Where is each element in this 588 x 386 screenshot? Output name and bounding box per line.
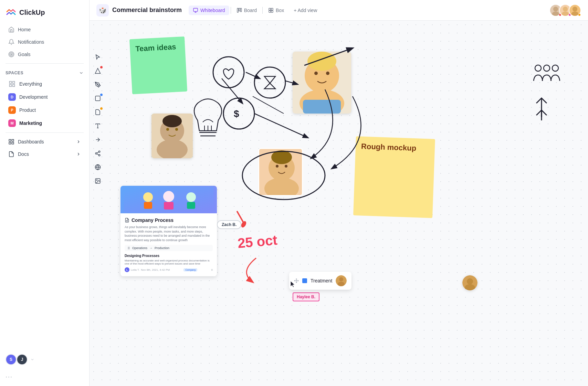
tab-board[interactable]: Board (232, 6, 261, 15)
task-card-label: Treatment (311, 278, 332, 283)
double-arrow-up-icon (533, 96, 550, 122)
development-dot: D (8, 93, 16, 101)
spaces-label: Spaces (6, 71, 23, 75)
flow-from: Operations (132, 246, 147, 250)
sidebar-item-product-label: Product (19, 107, 36, 113)
svg-point-1 (10, 53, 13, 56)
flow-to: Production (155, 246, 169, 250)
tool-connect[interactable] (92, 147, 104, 160)
sidebar-item-product[interactable]: P Product (3, 104, 86, 116)
view-divider-1 (231, 7, 231, 14)
more-options-button[interactable]: ... (0, 369, 89, 382)
tool-text[interactable] (92, 120, 104, 132)
doc-card-footer: L Leila T. Nov 8th, 2021, 4:42 PM Compan… (125, 267, 213, 272)
sticky-rough-mockup-text: Rough mockup (361, 142, 417, 153)
tool-image[interactable] (92, 175, 104, 187)
svg-point-55 (285, 165, 287, 168)
tab-whiteboard-label: Whiteboard (200, 8, 225, 13)
svg-rect-19 (269, 10, 271, 12)
svg-point-94 (223, 98, 254, 129)
chevron-down-icon[interactable] (79, 71, 84, 75)
svg-rect-5 (10, 85, 12, 87)
doc-card-body: Company Process As your business grows, … (120, 213, 217, 276)
whiteboard-canvas[interactable]: Team ideas Rough mockup (90, 21, 588, 386)
avatar-wrapper-3[interactable] (569, 4, 581, 17)
svg-rect-4 (13, 82, 15, 84)
arrow-tool-icon (95, 137, 101, 143)
tool-globe[interactable] (92, 161, 104, 173)
online-dot-3 (578, 13, 581, 16)
clickup-logo-icon (6, 7, 17, 18)
svg-point-28 (573, 7, 577, 11)
svg-point-37 (95, 153, 97, 154)
sidebar: ClickUp Home Notifications Goals Spaces … (0, 0, 90, 386)
svg-rect-20 (271, 10, 273, 12)
svg-rect-8 (12, 139, 14, 141)
svg-point-92 (213, 57, 244, 88)
user-avatar-2[interactable]: J (17, 354, 28, 365)
person-photo-man (151, 114, 193, 158)
footer-tag: Company (183, 268, 197, 271)
tool-shapes[interactable] (92, 65, 104, 77)
svg-point-22 (553, 7, 558, 11)
svg-point-60 (314, 72, 318, 75)
tool-dot-amber (100, 107, 103, 110)
shapes-tool-icon (95, 68, 101, 74)
sidebar-item-home[interactable]: Home (3, 24, 86, 35)
task-color-indicator (302, 278, 307, 283)
tab-box[interactable]: Box (264, 6, 288, 15)
svg-point-68 (544, 65, 550, 71)
svg-point-36 (98, 151, 100, 153)
tool-dot-red (100, 66, 103, 68)
document-card[interactable]: Company Process As your business grows, … (120, 186, 217, 276)
sidebar-item-marketing[interactable]: M Marketing (3, 117, 86, 129)
sticky-rough-mockup[interactable]: Rough mockup (353, 136, 435, 218)
people-group-svg (533, 62, 560, 86)
text-tool-icon (95, 123, 101, 129)
tab-whiteboard[interactable]: Whiteboard (189, 6, 229, 15)
tool-arrow[interactable] (92, 133, 104, 146)
footer-author: Leila T. (131, 268, 139, 271)
doc-header-illustration (124, 187, 213, 213)
tool-pen[interactable] (92, 78, 104, 91)
doc-card-subtitle: Designing Processes (125, 254, 213, 258)
svg-point-56 (271, 150, 292, 164)
view-divider-2 (262, 7, 263, 14)
task-card-treatment[interactable]: Treatment (289, 272, 351, 290)
sidebar-item-everything[interactable]: Everything (3, 78, 86, 90)
person-photo-blonde (293, 52, 351, 114)
tab-box-label: Box (276, 8, 284, 13)
cursor-tool-icon (95, 54, 101, 60)
cursor-svg (289, 280, 296, 287)
double-arrow-svg (533, 96, 550, 120)
svg-rect-10 (12, 142, 14, 144)
add-view-label: + Add view (294, 8, 317, 13)
person-blonde-svg (293, 52, 351, 114)
sidebar-item-notifications[interactable]: Notifications (3, 36, 86, 48)
task-assignee-face (336, 275, 347, 286)
svg-rect-3 (10, 82, 12, 84)
sticky-team-ideas[interactable]: Team ideas (129, 36, 187, 94)
docs-label: Docs (18, 151, 29, 157)
footer-avatar: L (125, 267, 129, 272)
svg-rect-15 (239, 8, 240, 11)
sidebar-item-goals[interactable]: Goals (3, 49, 86, 60)
tool-card[interactable] (92, 106, 104, 118)
breadcrumb-icon: 🎲 (99, 7, 106, 14)
sidebar-item-development-label: Development (19, 94, 48, 100)
tool-cursor[interactable] (92, 51, 104, 63)
sidebar-item-development[interactable]: D Development (3, 91, 86, 103)
sidebar-item-docs[interactable]: Docs (3, 148, 86, 160)
chevron-down-user-icon[interactable] (30, 357, 34, 362)
add-view-button[interactable]: + Add view (290, 6, 321, 15)
page-title: Commercial brainstorm (112, 7, 182, 14)
svg-point-77 (186, 192, 196, 202)
tool-rect[interactable] (92, 92, 104, 105)
doc-card-title-text: Company Process (132, 217, 174, 223)
sidebar-item-dashboards[interactable]: Dashboards (3, 136, 86, 148)
svg-point-49 (175, 128, 178, 131)
user-avatar-1[interactable]: S (6, 354, 17, 365)
svg-point-61 (326, 72, 329, 75)
logo-area[interactable]: ClickUp (0, 4, 89, 23)
box-icon (268, 8, 274, 13)
